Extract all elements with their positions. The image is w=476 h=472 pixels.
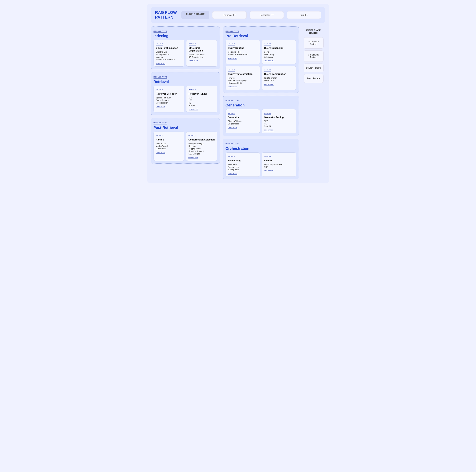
ret-tun-module-label: MODULE	[189, 89, 196, 91]
qr-item-0: Metadata Filter	[228, 51, 257, 53]
generation-section: MODULE TYPE Generation MODULE Generator …	[223, 96, 299, 136]
rerank-item-1: Model-Based	[156, 145, 182, 147]
query-expansion-card: MODULE Query Expansion CoVe Multi Query …	[262, 40, 296, 64]
pre-ret-title: Pre-Retrieval	[225, 34, 296, 38]
ret-tun-item-2: RL	[189, 102, 215, 104]
qt-item-1: Step-back Prompting	[228, 79, 257, 82]
retrieval-modules-row: MODULE Retriever Selection Sparse Retrie…	[153, 86, 217, 112]
branch-pattern-box: Branch Pattern	[304, 64, 323, 72]
rerank-title: Rerank	[156, 138, 182, 141]
compression-item-0: (Long)LLMLingua	[188, 142, 215, 145]
qt-operator: OPERATOR	[228, 86, 238, 88]
sched-item-0: Rule-base	[228, 163, 257, 166]
left-column: MODULE TYPE Indexing MODULE Chunk Optimi…	[151, 26, 220, 179]
chunk-item-3: Metadata Attachment	[156, 58, 182, 61]
gen-title: Generation	[225, 103, 296, 107]
inference-section: INFERENCE STAGE Sequential Pattern Condi…	[302, 26, 325, 179]
sched-label: MODULE	[228, 156, 235, 158]
generator-tuning-card: MODULE Generator Tuning SFT RL Dual FT O…	[262, 109, 296, 133]
rerank-item-2: LLM-Based	[156, 148, 182, 150]
generator-card: MODULE Generator Cloud API-base On-premi…	[225, 109, 260, 133]
gen-tun-operator: OPERATOR	[264, 129, 274, 131]
query-routing-card: MODULE Query Routing Metadata Filter Met…	[225, 40, 260, 64]
chunk-operator: OPERATOR	[156, 62, 166, 65]
dual-ft-box: Dual FT	[287, 11, 321, 19]
fusion-operator: OPERATOR	[264, 170, 274, 172]
qc-item-1: Text-to-SQL	[264, 79, 294, 82]
qe-item-1: Multi Query	[264, 53, 294, 55]
scheduling-card: MODULE Scheduling Rule-base Prompt-base …	[225, 153, 260, 177]
generator-ft-box: Generator FT	[250, 11, 284, 19]
inference-title: INFERENCE STAGE	[306, 29, 321, 35]
gen-operator: OPERATOR	[228, 127, 238, 129]
rag-title: RAG FLOW PATTERN	[155, 10, 177, 20]
sched-item-1: Prompt-base	[228, 166, 257, 168]
qc-label: MODULE	[264, 69, 272, 71]
chunk-module-title: Chunk Optimization	[156, 47, 182, 49]
qc-operator: OPERATOR	[264, 83, 274, 86]
qr-label: MODULE	[228, 43, 235, 46]
right-column: INFERENCE STAGE Sequential Pattern Condi…	[302, 26, 325, 179]
rerank-item-0: Rule-Based	[156, 142, 182, 145]
main-container: RAG FLOW PATTERN TUNING STAGE Retriever …	[147, 4, 329, 183]
qr-title: Query Routing	[228, 47, 257, 49]
pre-ret-type-label: MODULE TYPE	[225, 30, 239, 33]
post-retrieval-section: MODULE TYPE Post-Retrieval MODULE Rerank…	[151, 118, 220, 164]
tuning-stage-label: TUNING STAGE	[181, 11, 209, 19]
qe-label: MODULE	[264, 43, 272, 46]
gen-item-0: Cloud API-base	[228, 120, 257, 122]
gen-type-label: MODULE TYPE	[225, 100, 239, 102]
chunk-optimization-card: MODULE Chunk Optimization Small-to-Big S…	[153, 40, 185, 67]
ret-sel-operator: OPERATOR	[156, 106, 166, 108]
compression-module-label: MODULE	[188, 135, 196, 137]
content-row: MODULE TYPE Indexing MODULE Chunk Optimi…	[151, 26, 325, 179]
compression-item-4: LLM-Critique	[188, 153, 215, 155]
structural-module-label: MODULE	[189, 43, 196, 46]
post-ret-modules-row: MODULE Rerank Rule-Based Model-Based LLM…	[153, 132, 217, 161]
ret-tun-operator: OPERATOR	[189, 108, 198, 110]
ret-tun-item-3: Adapter	[189, 104, 215, 106]
rerank-card: MODULE Rerank Rule-Based Model-Based LLM…	[153, 132, 185, 161]
pre-ret-row1: MODULE Query Routing Metadata Filter Met…	[225, 40, 296, 64]
ret-sel-module-label: MODULE	[156, 89, 163, 91]
compression-operator: OPERATOR	[188, 157, 198, 159]
orch-type-label: MODULE TYPE	[225, 143, 239, 145]
ret-sel-item-0: Sparse Retriever	[156, 97, 182, 99]
compression-item-1: Recomp	[188, 145, 215, 147]
qt-title: Query Transformation	[228, 73, 257, 75]
qc-item-0: Text-to-cypher	[264, 77, 294, 79]
orch-modules-row: MODULE Scheduling Rule-base Prompt-base …	[225, 153, 296, 177]
ret-tun-title: Retriever Tuning	[189, 92, 215, 95]
qt-label: MODULE	[228, 69, 235, 71]
retrieval-section: MODULE TYPE Retrieval MODULE Retriever S…	[151, 72, 220, 115]
rerank-module-label: MODULE	[156, 135, 163, 137]
compression-item-2: Tagging-Filter	[188, 148, 215, 150]
qr-item-1: Metadata Router/Filter	[228, 53, 257, 55]
chunk-item-2: Summary	[156, 56, 182, 58]
orchestration-section: MODULE TYPE Orchestration MODULE Schedul…	[223, 139, 299, 179]
header-stages: TUNING STAGE Retriever FT Generator FT D…	[181, 11, 321, 19]
qe-operator: OPERATOR	[264, 60, 274, 62]
fusion-card: MODULE Fusion Possibility Ensemble RRF O…	[262, 153, 296, 177]
structural-org-card: MODULE Structural Organization Hierarchi…	[186, 40, 217, 67]
post-ret-type-label: MODULE TYPE	[153, 122, 167, 124]
structural-operator: OPERATOR	[189, 60, 198, 62]
compression-title: Compression/Selection	[188, 138, 215, 141]
pre-retrieval-section: MODULE TYPE Pre-Retrieval MODULE Query R…	[223, 26, 299, 93]
gen-module-title: Generator	[228, 116, 257, 119]
indexing-section: MODULE TYPE Indexing MODULE Chunk Optimi…	[151, 26, 220, 69]
chunk-item-0: Small-to-Big	[156, 51, 182, 53]
qt-item-2: (Reverse) HyDE	[228, 82, 257, 84]
ret-sel-item-1: Dense Retriever	[156, 99, 182, 101]
conditional-pattern-box: Conditional Pattern	[304, 50, 323, 62]
fusion-item-0: Possibility Ensemble	[264, 163, 294, 166]
qr-operator: OPERATOR	[228, 57, 238, 59]
indexing-modules-row: MODULE Chunk Optimization Small-to-Big S…	[153, 40, 217, 67]
retrieval-type-label: MODULE TYPE	[153, 76, 167, 79]
ret-sel-item-2: Mix Retriever	[156, 102, 182, 104]
qe-title: Query Expansion	[264, 47, 294, 49]
header: RAG FLOW PATTERN TUNING STAGE Retriever …	[151, 7, 325, 23]
chunk-module-label: MODULE	[156, 43, 163, 46]
fusion-title: Fusion	[264, 159, 294, 162]
fusion-item-1: RRF	[264, 166, 294, 168]
